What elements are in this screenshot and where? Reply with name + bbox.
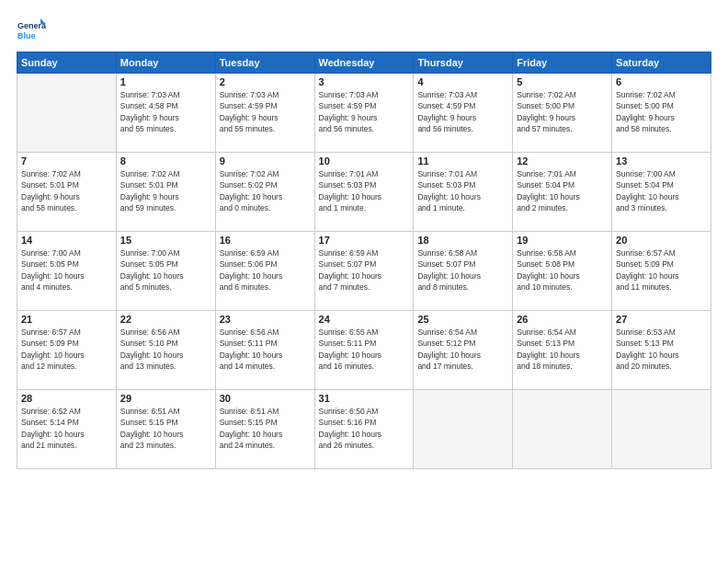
day-number: 20 [616,235,707,246]
day-number: 6 [616,76,707,87]
calendar-cell: 28Sunrise: 6:52 AMSunset: 5:14 PMDayligh… [17,390,117,469]
day-number: 16 [220,235,311,246]
day-number: 14 [21,235,112,246]
calendar-cell: 12Sunrise: 7:01 AMSunset: 5:04 PMDayligh… [513,153,612,232]
day-number: 19 [517,235,608,246]
calendar-cell: 27Sunrise: 6:53 AMSunset: 5:13 PMDayligh… [612,311,711,390]
calendar-cell: 4Sunrise: 7:03 AMSunset: 4:59 PMDaylight… [414,74,513,153]
calendar-cell: 10Sunrise: 7:01 AMSunset: 5:03 PMDayligh… [314,153,414,232]
calendar-week-3: 14Sunrise: 7:00 AMSunset: 5:05 PMDayligh… [17,232,711,311]
calendar-cell [414,390,513,469]
day-info: Sunrise: 7:03 AMSunset: 4:59 PMDaylight:… [417,89,508,134]
day-number: 5 [517,76,608,87]
day-info: Sunrise: 7:03 AMSunset: 4:59 PMDaylight:… [220,89,311,134]
calendar-cell: 25Sunrise: 6:54 AMSunset: 5:12 PMDayligh… [414,311,513,390]
weekday-header-sunday: Sunday [17,52,117,74]
calendar-cell: 24Sunrise: 6:55 AMSunset: 5:11 PMDayligh… [314,311,414,390]
calendar-cell: 9Sunrise: 7:02 AMSunset: 5:02 PMDaylight… [215,153,314,232]
day-number: 24 [319,314,410,325]
day-number: 10 [319,155,410,167]
calendar-cell: 18Sunrise: 6:58 AMSunset: 5:07 PMDayligh… [414,232,513,311]
logo: General Blue [17,17,46,46]
calendar-cell: 16Sunrise: 6:59 AMSunset: 5:06 PMDayligh… [215,232,314,311]
calendar-week-5: 28Sunrise: 6:52 AMSunset: 5:14 PMDayligh… [17,390,711,469]
day-info: Sunrise: 7:02 AMSunset: 5:01 PMDaylight:… [120,168,211,213]
calendar-week-1: 1Sunrise: 7:03 AMSunset: 4:58 PMDaylight… [17,74,711,153]
day-number: 1 [120,76,211,87]
day-number: 7 [21,155,112,167]
day-number: 31 [319,393,410,404]
weekday-header-tuesday: Tuesday [215,52,314,74]
calendar-week-2: 7Sunrise: 7:02 AMSunset: 5:01 PMDaylight… [17,153,711,232]
calendar-cell [612,390,711,469]
day-info: Sunrise: 6:51 AMSunset: 5:15 PMDaylight:… [120,406,211,451]
day-number: 2 [220,76,311,87]
day-number: 8 [120,155,211,167]
day-number: 12 [517,155,608,167]
day-number: 27 [616,314,707,325]
day-number: 29 [120,393,211,404]
calendar-body: 1Sunrise: 7:03 AMSunset: 4:58 PMDaylight… [17,74,711,469]
calendar-cell: 23Sunrise: 6:56 AMSunset: 5:11 PMDayligh… [215,311,314,390]
day-number: 11 [417,155,508,167]
day-info: Sunrise: 6:57 AMSunset: 5:09 PMDaylight:… [616,247,707,293]
day-info: Sunrise: 6:50 AMSunset: 5:16 PMDaylight:… [319,406,410,451]
calendar-cell [17,74,117,153]
day-number: 17 [319,235,410,246]
weekday-header-friday: Friday [513,52,612,74]
weekday-header-monday: Monday [116,52,215,74]
day-info: Sunrise: 6:52 AMSunset: 5:14 PMDaylight:… [21,406,112,451]
weekday-header-wednesday: Wednesday [314,52,414,74]
calendar-cell: 31Sunrise: 6:50 AMSunset: 5:16 PMDayligh… [314,390,414,469]
calendar-page: General Blue SundayMondayTuesdayWednesda… [0,0,728,563]
weekday-header-saturday: Saturday [612,52,711,74]
day-number: 25 [417,314,508,325]
day-info: Sunrise: 7:03 AMSunset: 4:58 PMDaylight:… [120,89,211,134]
day-number: 18 [417,235,508,246]
day-info: Sunrise: 6:54 AMSunset: 5:13 PMDaylight:… [517,327,608,372]
calendar-cell: 20Sunrise: 6:57 AMSunset: 5:09 PMDayligh… [612,232,711,311]
calendar-cell: 13Sunrise: 7:00 AMSunset: 5:04 PMDayligh… [612,153,711,232]
calendar-cell: 29Sunrise: 6:51 AMSunset: 5:15 PMDayligh… [116,390,215,469]
calendar-cell: 30Sunrise: 6:51 AMSunset: 5:15 PMDayligh… [215,390,314,469]
calendar-table: SundayMondayTuesdayWednesdayThursdayFrid… [17,52,711,469]
calendar-cell: 17Sunrise: 6:59 AMSunset: 5:07 PMDayligh… [314,232,414,311]
day-number: 9 [220,155,311,167]
day-number: 4 [417,76,508,87]
day-number: 30 [220,393,311,404]
calendar-cell: 1Sunrise: 7:03 AMSunset: 4:58 PMDaylight… [116,74,215,153]
day-info: Sunrise: 7:00 AMSunset: 5:05 PMDaylight:… [21,247,112,293]
day-info: Sunrise: 7:02 AMSunset: 5:00 PMDaylight:… [616,89,707,134]
logo-svg: General Blue [17,17,46,46]
day-info: Sunrise: 6:51 AMSunset: 5:15 PMDaylight:… [220,406,311,451]
calendar-cell: 3Sunrise: 7:03 AMSunset: 4:59 PMDaylight… [314,74,414,153]
calendar-header: SundayMondayTuesdayWednesdayThursdayFrid… [17,52,711,74]
day-number: 28 [21,393,112,404]
day-number: 21 [21,314,112,325]
header: General Blue [17,17,711,46]
day-info: Sunrise: 6:57 AMSunset: 5:09 PMDaylight:… [21,327,112,372]
day-number: 26 [517,314,608,325]
svg-text:Blue: Blue [17,31,36,40]
day-info: Sunrise: 7:01 AMSunset: 5:03 PMDaylight:… [319,168,410,213]
day-info: Sunrise: 6:58 AMSunset: 5:07 PMDaylight:… [417,247,508,293]
calendar-cell: 14Sunrise: 7:00 AMSunset: 5:05 PMDayligh… [17,232,117,311]
day-info: Sunrise: 6:56 AMSunset: 5:10 PMDaylight:… [120,327,211,372]
calendar-cell: 19Sunrise: 6:58 AMSunset: 5:08 PMDayligh… [513,232,612,311]
day-info: Sunrise: 6:55 AMSunset: 5:11 PMDaylight:… [319,327,410,372]
day-info: Sunrise: 7:02 AMSunset: 5:01 PMDaylight:… [21,168,112,213]
day-info: Sunrise: 6:54 AMSunset: 5:12 PMDaylight:… [417,327,508,372]
day-info: Sunrise: 7:00 AMSunset: 5:04 PMDaylight:… [616,168,707,213]
calendar-week-4: 21Sunrise: 6:57 AMSunset: 5:09 PMDayligh… [17,311,711,390]
day-info: Sunrise: 7:03 AMSunset: 4:59 PMDaylight:… [319,89,410,134]
day-number: 22 [120,314,211,325]
day-info: Sunrise: 6:58 AMSunset: 5:08 PMDaylight:… [517,247,608,293]
day-number: 13 [616,155,707,167]
day-number: 3 [319,76,410,87]
weekday-header-thursday: Thursday [414,52,513,74]
day-info: Sunrise: 7:01 AMSunset: 5:03 PMDaylight:… [417,168,508,213]
calendar-cell [513,390,612,469]
calendar-cell: 7Sunrise: 7:02 AMSunset: 5:01 PMDaylight… [17,153,117,232]
day-number: 15 [120,235,211,246]
day-number: 23 [220,314,311,325]
